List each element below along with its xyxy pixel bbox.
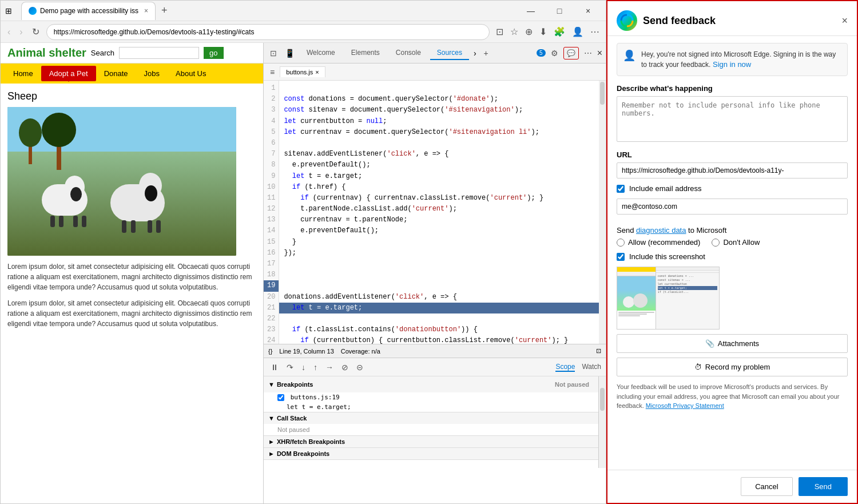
deactivate-breakpoints-button[interactable]: ⊘ bbox=[339, 362, 351, 373]
maximize-button[interactable]: □ bbox=[546, 2, 573, 19]
sidebar-toggle-icon[interactable]: ⊞ bbox=[5, 6, 12, 15]
allow-radio-option[interactable]: Allow (recommended) bbox=[617, 238, 700, 247]
attachments-button[interactable]: 📎 Attachments bbox=[617, 334, 848, 353]
include-email-checkbox[interactable] bbox=[617, 185, 625, 193]
favorites-icon[interactable]: ☆ bbox=[509, 25, 520, 39]
pause-button[interactable]: ⏸ bbox=[268, 362, 281, 373]
cast-icon[interactable]: ⊡ bbox=[494, 25, 505, 39]
breakpoints-header[interactable]: ▼ Breakpoints Not paused bbox=[264, 376, 598, 392]
tab-console[interactable]: Console bbox=[389, 46, 428, 60]
record-problem-button[interactable]: ⏱ Record my problem bbox=[617, 358, 848, 376]
site-body-text-1: Lorem ipsum dolor, sit amet consectetur … bbox=[7, 261, 256, 292]
file-tree-icon[interactable]: ≡ bbox=[267, 66, 277, 78]
diagnostic-section: Send diagnostic data to Microsoft Allow … bbox=[617, 226, 848, 247]
xhr-header[interactable]: ► XHR/fetch Breakpoints bbox=[264, 436, 598, 447]
dom-header[interactable]: ► DOM Breakpoints bbox=[264, 448, 598, 459]
more-options-icon[interactable]: ⋯ bbox=[581, 47, 595, 59]
privacy-text: Your feedback will be used to improve Mi… bbox=[617, 382, 848, 411]
xhr-chevron-icon: ► bbox=[268, 438, 275, 445]
diagnostic-link[interactable]: diagnostic data bbox=[636, 226, 686, 235]
tab-area: Demo page with accessibility iss × + bbox=[21, 2, 518, 20]
feedback-body: 👤 Hey, you're not signed into Microsoft … bbox=[607, 36, 857, 470]
site-go-button[interactable]: go bbox=[204, 47, 223, 59]
window-tab-area: ⊞ bbox=[5, 6, 17, 15]
step-out-button[interactable]: ↑ bbox=[311, 362, 320, 373]
minimize-button[interactable]: — bbox=[518, 2, 544, 19]
cancel-button[interactable]: Cancel bbox=[741, 477, 792, 496]
bracket-icon: {} bbox=[268, 348, 272, 355]
status-bar: {} Line 19, Column 13 Coverage: n/a ⊡ bbox=[264, 344, 606, 358]
feedback-icon[interactable]: 💬 bbox=[563, 47, 579, 59]
nav-item-about[interactable]: About Us bbox=[168, 66, 214, 81]
forward-button[interactable]: › bbox=[17, 25, 25, 39]
devtools-subtoolbar: ≡ buttons.js × bbox=[264, 64, 606, 81]
screenshot-checkbox[interactable] bbox=[617, 253, 625, 261]
site-search-input[interactable] bbox=[119, 47, 199, 59]
devtools-inspect-icon[interactable]: ⊡ bbox=[267, 47, 280, 59]
code-content[interactable]: const donations = document.querySelector… bbox=[279, 81, 599, 344]
active-tab[interactable]: Demo page with accessibility iss × bbox=[21, 2, 156, 20]
send-button[interactable]: Send bbox=[799, 477, 848, 496]
dont-pause-exceptions-button[interactable]: ⊝ bbox=[354, 362, 366, 373]
new-tab-button[interactable]: + bbox=[158, 3, 171, 18]
scope-watch-tabs: Scope Watch bbox=[555, 363, 601, 372]
tab-close-icon[interactable]: × bbox=[144, 7, 148, 15]
collections-icon[interactable]: ⊕ bbox=[523, 25, 534, 39]
describe-label: Describe what's happening bbox=[617, 84, 848, 93]
devtools-close-button[interactable]: × bbox=[597, 48, 602, 58]
dont-allow-radio-option[interactable]: Don't Allow bbox=[712, 238, 760, 247]
file-tab-close-icon[interactable]: × bbox=[315, 69, 319, 76]
call-stack-label: Call Stack bbox=[277, 415, 307, 422]
xhr-section: ► XHR/fetch Breakpoints bbox=[264, 436, 598, 448]
step-over-button[interactable]: ↷ bbox=[284, 362, 296, 373]
settings-cog-icon[interactable]: ⚙ bbox=[548, 47, 561, 59]
browser-content: Animal shelter Search go Home Adopt a Pe… bbox=[1, 43, 606, 503]
tab-welcome[interactable]: Welcome bbox=[300, 46, 342, 60]
nav-item-donate[interactable]: Donate bbox=[96, 66, 136, 81]
tab-elements[interactable]: Elements bbox=[344, 46, 387, 60]
debug-scrollbar[interactable] bbox=[599, 376, 606, 468]
step-into-button[interactable]: ↓ bbox=[299, 362, 308, 373]
address-input[interactable] bbox=[46, 24, 490, 40]
extensions-icon[interactable]: 🧩 bbox=[552, 25, 567, 39]
signin-link[interactable]: Sign in now bbox=[713, 60, 751, 69]
issues-badge[interactable]: 5 bbox=[537, 49, 546, 57]
record-label: Record my problem bbox=[705, 363, 770, 371]
code-scrollbar[interactable] bbox=[599, 81, 606, 344]
tab-sources[interactable]: Sources bbox=[430, 46, 469, 60]
nav-item-jobs[interactable]: Jobs bbox=[136, 66, 168, 81]
watch-tab[interactable]: Watch bbox=[582, 363, 601, 372]
describe-textarea[interactable] bbox=[617, 96, 848, 142]
privacy-link[interactable]: Microsoft Privacy Statement bbox=[646, 402, 724, 409]
dont-allow-radio[interactable] bbox=[712, 239, 720, 247]
file-tab-buttons[interactable]: buttons.js × bbox=[280, 66, 325, 77]
url-input[interactable] bbox=[617, 162, 848, 178]
download-icon[interactable]: ⬇ bbox=[538, 25, 549, 39]
refresh-button[interactable]: ↻ bbox=[30, 24, 42, 39]
step-button[interactable]: → bbox=[323, 362, 336, 373]
settings-icon[interactable]: ⋯ bbox=[589, 25, 601, 39]
email-input[interactable] bbox=[617, 199, 848, 215]
expand-icon[interactable]: ⊡ bbox=[596, 347, 601, 355]
close-window-button[interactable]: × bbox=[575, 2, 601, 19]
dom-section: ► DOM Breakpoints bbox=[264, 448, 598, 460]
nav-item-adopt[interactable]: Adopt a Pet bbox=[41, 66, 96, 81]
add-tab-icon[interactable]: + bbox=[481, 47, 491, 59]
breakpoints-label: Breakpoints bbox=[277, 381, 313, 388]
screenshot-section: Include this screenshot bbox=[617, 252, 848, 330]
more-tabs-icon[interactable]: › bbox=[471, 49, 479, 58]
devtools-device-icon[interactable]: 📱 bbox=[282, 47, 297, 59]
back-button[interactable]: ‹ bbox=[5, 25, 13, 39]
url-section: URL bbox=[617, 150, 848, 178]
feedback-close-button[interactable]: × bbox=[841, 15, 848, 27]
allow-radio[interactable] bbox=[617, 239, 625, 247]
breakpoint-checkbox[interactable] bbox=[277, 394, 284, 401]
call-stack-section: ▼ Call Stack Not paused bbox=[264, 412, 598, 436]
call-stack-header[interactable]: ▼ Call Stack bbox=[264, 412, 598, 424]
search-label: Search bbox=[91, 49, 114, 57]
line-col-status: Line 19, Column 13 bbox=[279, 348, 333, 355]
nav-item-home[interactable]: Home bbox=[5, 66, 41, 81]
breakpoints-section: ▼ Breakpoints Not paused buttons.js:19 l… bbox=[264, 376, 598, 412]
scope-tab[interactable]: Scope bbox=[555, 363, 575, 372]
profile-icon[interactable]: 👤 bbox=[570, 25, 585, 39]
